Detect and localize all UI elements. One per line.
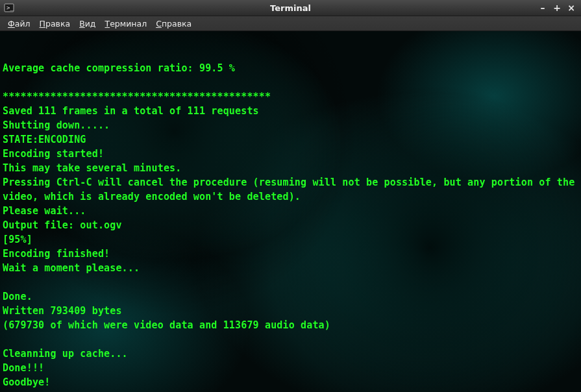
terminal-line: ****************************************…: [3, 90, 578, 104]
menu-terminal[interactable]: Терминал: [101, 18, 151, 30]
terminal-output[interactable]: Average cache compression ratio: 99.5 % …: [0, 31, 581, 392]
terminal-line: Written 793409 bytes: [3, 304, 578, 318]
menu-view[interactable]: Вид: [75, 18, 99, 30]
terminal-lines: Average cache compression ratio: 99.5 % …: [3, 61, 578, 389]
maximize-button[interactable]: +: [552, 3, 562, 12]
terminal-line: This may take several minutes.: [3, 161, 578, 175]
terminal-line: Please wait...: [3, 204, 578, 218]
close-button[interactable]: ×: [567, 3, 576, 12]
terminal-line: Encoding finished!: [3, 247, 578, 261]
window-controls: – + ×: [538, 3, 581, 12]
menu-edit[interactable]: Правка: [36, 18, 75, 30]
terminal-line: [95%]: [3, 232, 578, 247]
titlebar[interactable]: >_ Terminal – + ×: [0, 0, 581, 16]
terminal-line: Encoding started!: [3, 147, 578, 161]
terminal-line: Cleanning up cache...: [3, 347, 578, 361]
menu-file[interactable]: Файл: [4, 18, 34, 30]
svg-text:>_: >_: [6, 5, 14, 11]
terminal-line: Pressing Ctrl-C will cancel the procedur…: [3, 175, 578, 204]
terminal-line: Goodbye!: [3, 375, 578, 389]
menu-help[interactable]: Справка: [152, 18, 195, 30]
menubar: Файл Правка Вид Терминал Справка: [0, 16, 581, 31]
terminal-line: Saved 111 frames in a total of 111 reque…: [3, 104, 578, 118]
minimize-button[interactable]: –: [538, 3, 547, 12]
terminal-line: Output file: out.ogv: [3, 218, 578, 232]
terminal-line: [3, 75, 578, 90]
terminal-viewport[interactable]: Average cache compression ratio: 99.5 % …: [0, 31, 581, 392]
terminal-line: Shutting down.....: [3, 118, 578, 132]
terminal-line: Wait a moment please...: [3, 261, 578, 275]
terminal-app-icon: >_: [4, 3, 14, 13]
terminal-line: [3, 275, 578, 289]
window-title: Terminal: [0, 3, 581, 13]
terminal-window: >_ Terminal – + × Файл Правка Вид Термин…: [0, 0, 581, 392]
terminal-line: (679730 of which were video data and 113…: [3, 318, 578, 332]
terminal-line: Average cache compression ratio: 99.5 %: [3, 61, 578, 75]
terminal-line: Done!!!: [3, 361, 578, 375]
terminal-line: Done.: [3, 289, 578, 304]
terminal-line: [3, 332, 578, 347]
terminal-line: STATE:ENCODING: [3, 132, 578, 147]
